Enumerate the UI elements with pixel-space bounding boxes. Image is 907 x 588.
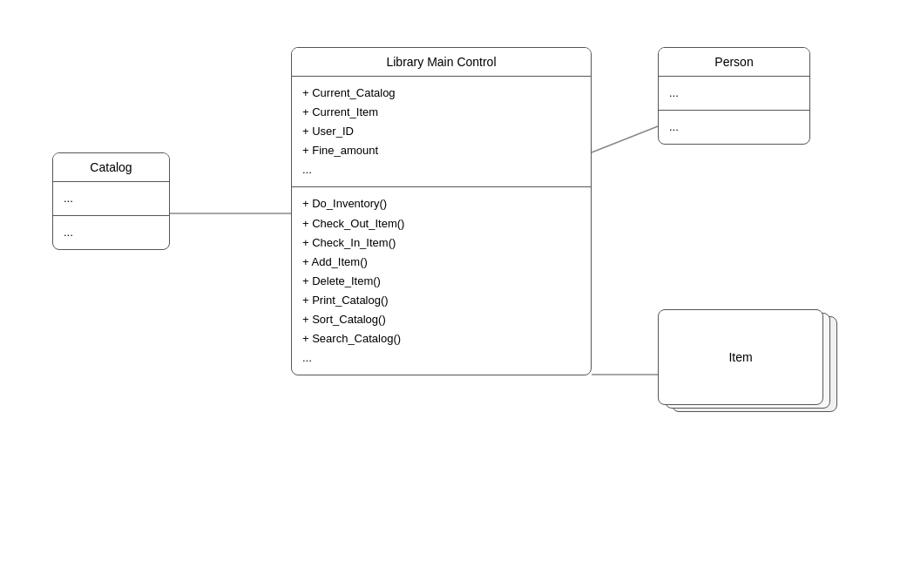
attr-ellipsis: ... xyxy=(302,160,580,179)
catalog-s1-text: ... xyxy=(64,189,159,208)
attr-current-catalog: + Current_Catalog xyxy=(302,84,580,103)
method-print-catalog: + Print_Catalog() xyxy=(302,291,580,310)
method-delete-item: + Delete_Item() xyxy=(302,272,580,291)
item-card-front: Item xyxy=(658,309,823,405)
person-section1: ... xyxy=(659,77,809,111)
catalog-box: Catalog ... ... xyxy=(52,152,170,250)
svg-line-1 xyxy=(592,126,658,152)
method-do-inventory: + Do_Inventory() xyxy=(302,194,580,213)
item-stack: Item xyxy=(658,309,832,422)
main-control-methods: + Do_Inventory() + Check_Out_Item() + Ch… xyxy=(292,187,591,375)
method-sort-catalog: + Sort_Catalog() xyxy=(302,310,580,329)
method-check-in: + Check_In_Item() xyxy=(302,233,580,253)
catalog-s2-text: ... xyxy=(64,223,159,242)
person-box: Person ... ... xyxy=(658,47,810,145)
catalog-section2: ... xyxy=(53,216,169,249)
main-control-attributes: + Current_Catalog + Current_Item + User_… xyxy=(292,77,591,187)
person-title-text: Person xyxy=(714,55,753,69)
item-title-text: Item xyxy=(728,350,752,364)
main-control-title: Library Main Control xyxy=(292,48,591,77)
person-title: Person xyxy=(659,48,809,77)
method-search-catalog: + Search_Catalog() xyxy=(302,329,580,348)
diagram-canvas: Library Main Control + Current_Catalog +… xyxy=(0,0,907,588)
person-s1-text: ... xyxy=(669,84,799,103)
catalog-title-text: Catalog xyxy=(90,160,132,174)
main-control-box: Library Main Control + Current_Catalog +… xyxy=(291,47,592,375)
attr-user-id: + User_ID xyxy=(302,122,580,141)
method-ellipsis: ... xyxy=(302,348,580,368)
catalog-title: Catalog xyxy=(53,153,169,182)
attr-fine-amount: + Fine_amount xyxy=(302,141,580,160)
catalog-section1: ... xyxy=(53,182,169,216)
method-add-item: + Add_Item() xyxy=(302,253,580,272)
person-s2-text: ... xyxy=(669,118,799,137)
attr-current-item: + Current_Item xyxy=(302,103,580,122)
method-check-out: + Check_Out_Item() xyxy=(302,214,580,233)
person-section2: ... xyxy=(659,111,809,144)
main-control-title-text: Library Main Control xyxy=(386,55,496,69)
